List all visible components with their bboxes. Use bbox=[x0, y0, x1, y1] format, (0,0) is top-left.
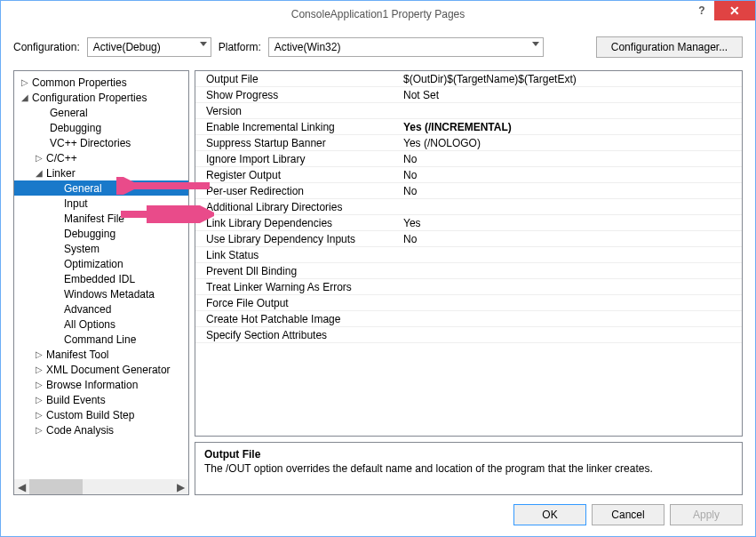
property-value[interactable]: Not Set bbox=[400, 89, 742, 101]
tree-horizontal-scrollbar[interactable]: ◀ ▶ bbox=[14, 479, 188, 494]
chevron-down-icon bbox=[532, 42, 539, 46]
property-value[interactable]: Yes (/INCREMENTAL) bbox=[400, 121, 742, 133]
tree-item-linker-input[interactable]: Input bbox=[14, 196, 188, 211]
description-body: The /OUT option overrides the default na… bbox=[204, 462, 733, 475]
property-name: Force File Output bbox=[195, 297, 400, 309]
cancel-button[interactable]: Cancel bbox=[592, 504, 664, 525]
scroll-right-icon[interactable]: ▶ bbox=[173, 479, 188, 494]
tree-item-linker-debugging[interactable]: Debugging bbox=[14, 226, 188, 241]
property-row[interactable]: Treat Linker Warning As Errors bbox=[195, 279, 742, 295]
tree-item-custom-build-step[interactable]: ▷Custom Build Step bbox=[14, 407, 188, 422]
tree-item-configuration-properties[interactable]: ◢Configuration Properties bbox=[14, 90, 188, 105]
tree-item-linker-command-line[interactable]: Command Line bbox=[14, 332, 188, 347]
tree-item-debugging[interactable]: Debugging bbox=[14, 120, 188, 135]
chevron-down-icon: ◢ bbox=[20, 92, 30, 102]
tree-item-linker-embedded-idl[interactable]: Embedded IDL bbox=[14, 271, 188, 286]
property-row[interactable]: Show ProgressNot Set bbox=[195, 87, 742, 103]
tree-item-linker-manifest-file[interactable]: Manifest File bbox=[14, 211, 188, 226]
chevron-right-icon: ▷ bbox=[34, 349, 44, 359]
property-name: Register Output bbox=[195, 169, 400, 181]
right-panel: Output File$(OutDir)$(TargetName)$(Targe… bbox=[195, 70, 743, 495]
tree-item-linker-advanced[interactable]: Advanced bbox=[14, 301, 188, 317]
property-row[interactable]: Version bbox=[195, 103, 742, 119]
chevron-right-icon: ▷ bbox=[34, 410, 44, 420]
scroll-track[interactable] bbox=[29, 479, 173, 494]
property-row[interactable]: Additional Library Directories bbox=[195, 199, 742, 215]
property-row[interactable]: Ignore Import LibraryNo bbox=[195, 151, 742, 167]
property-name: Link Status bbox=[195, 249, 400, 261]
tree-item-common-properties[interactable]: ▷Common Properties bbox=[14, 75, 188, 90]
tree-panel: ▷Common Properties ◢Configuration Proper… bbox=[13, 70, 189, 495]
property-name: Use Library Dependency Inputs bbox=[195, 233, 400, 245]
property-row[interactable]: Link Library DependenciesYes bbox=[195, 215, 742, 231]
property-name: Specify Section Attributes bbox=[195, 329, 400, 341]
property-value[interactable]: No bbox=[400, 185, 742, 197]
property-name: Treat Linker Warning As Errors bbox=[195, 281, 400, 293]
property-value[interactable]: No bbox=[400, 153, 742, 165]
property-name: Show Progress bbox=[195, 89, 400, 101]
property-grid: Output File$(OutDir)$(TargetName)$(Targe… bbox=[195, 70, 743, 437]
property-row[interactable]: Prevent Dll Binding bbox=[195, 263, 742, 279]
property-row[interactable]: Force File Output bbox=[195, 295, 742, 311]
combo-platform-value: Active(Win32) bbox=[275, 41, 341, 53]
property-row[interactable]: Use Library Dependency InputsNo bbox=[195, 231, 742, 247]
tree-item-linker[interactable]: ◢Linker bbox=[14, 165, 188, 180]
tree-item-general[interactable]: General bbox=[14, 105, 188, 120]
configuration-manager-button[interactable]: Configuration Manager... bbox=[596, 36, 743, 58]
property-row[interactable]: Enable Incremental LinkingYes (/INCREMEN… bbox=[195, 119, 742, 135]
tree-item-linker-system[interactable]: System bbox=[14, 241, 188, 256]
property-row[interactable]: Register OutputNo bbox=[195, 167, 742, 183]
chevron-right-icon: ▷ bbox=[34, 365, 44, 374]
property-row[interactable]: Output File$(OutDir)$(TargetName)$(Targe… bbox=[195, 71, 742, 87]
scroll-thumb[interactable] bbox=[29, 479, 83, 494]
dialog-buttons: OK Cancel Apply bbox=[513, 504, 743, 525]
combo-configuration[interactable]: Active(Debug) bbox=[87, 37, 211, 57]
property-name: Per-user Redirection bbox=[195, 185, 400, 197]
property-value[interactable]: Yes bbox=[400, 217, 742, 229]
property-name: Create Hot Patchable Image bbox=[195, 313, 400, 325]
label-platform: Platform: bbox=[219, 41, 261, 53]
combo-configuration-value: Active(Debug) bbox=[93, 41, 161, 53]
chevron-right-icon: ▷ bbox=[20, 77, 30, 87]
tree-item-browse-information[interactable]: ▷Browse Information bbox=[14, 377, 188, 392]
property-row[interactable]: Create Hot Patchable Image bbox=[195, 311, 742, 327]
property-name: Ignore Import Library bbox=[195, 153, 400, 165]
property-value[interactable]: Yes (/NOLOGO) bbox=[400, 137, 742, 149]
property-value[interactable]: No bbox=[400, 233, 742, 245]
close-button[interactable]: ✕ bbox=[714, 1, 755, 20]
config-row: Configuration: Active(Debug) Platform: A… bbox=[1, 28, 755, 70]
window-controls: ? ✕ bbox=[689, 1, 755, 20]
description-title: Output File bbox=[204, 448, 733, 461]
property-row[interactable]: Specify Section Attributes bbox=[195, 327, 742, 343]
chevron-down-icon bbox=[200, 42, 207, 46]
property-row[interactable]: Link Status bbox=[195, 247, 742, 263]
ok-button[interactable]: OK bbox=[513, 504, 586, 525]
property-name: Link Library Dependencies bbox=[195, 217, 400, 229]
property-name: Additional Library Directories bbox=[195, 201, 400, 213]
tree-item-ccpp[interactable]: ▷C/C++ bbox=[14, 150, 188, 165]
tree-item-manifest-tool[interactable]: ▷Manifest Tool bbox=[14, 347, 188, 362]
tree-item-linker-windows-metadata[interactable]: Windows Metadata bbox=[14, 286, 188, 301]
window-title: ConsoleApplication1 Property Pages bbox=[291, 8, 465, 20]
property-value[interactable]: $(OutDir)$(TargetName)$(TargetExt) bbox=[400, 73, 742, 85]
apply-button[interactable]: Apply bbox=[670, 504, 743, 525]
tree-item-build-events[interactable]: ▷Build Events bbox=[14, 392, 188, 407]
combo-platform[interactable]: Active(Win32) bbox=[268, 37, 544, 57]
property-row[interactable]: Per-user RedirectionNo bbox=[195, 183, 742, 199]
chevron-down-icon: ◢ bbox=[34, 168, 44, 178]
titlebar: ConsoleApplication1 Property Pages ? ✕ bbox=[1, 1, 755, 28]
chevron-right-icon: ▷ bbox=[34, 395, 44, 405]
property-value[interactable]: No bbox=[400, 169, 742, 181]
description-panel: Output File The /OUT option overrides th… bbox=[195, 442, 743, 495]
tree-item-code-analysis[interactable]: ▷Code Analysis bbox=[14, 422, 188, 437]
help-button[interactable]: ? bbox=[689, 1, 714, 20]
chevron-right-icon: ▷ bbox=[34, 425, 44, 435]
property-row[interactable]: Suppress Startup BannerYes (/NOLOGO) bbox=[195, 135, 742, 151]
property-name: Prevent Dll Binding bbox=[195, 265, 400, 277]
tree-item-linker-optimization[interactable]: Optimization bbox=[14, 256, 188, 271]
scroll-left-icon[interactable]: ◀ bbox=[14, 479, 29, 494]
tree-item-vc-directories[interactable]: VC++ Directories bbox=[14, 135, 188, 150]
tree-item-linker-general[interactable]: General bbox=[14, 180, 188, 196]
tree-item-xml-document-generator[interactable]: ▷XML Document Generator bbox=[14, 362, 188, 377]
tree-item-linker-all-options[interactable]: All Options bbox=[14, 317, 188, 332]
